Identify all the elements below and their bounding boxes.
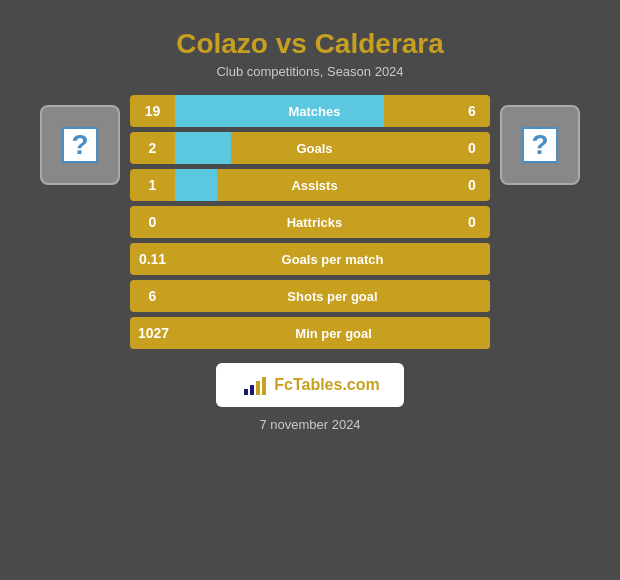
logo-tables: Tables.com [293, 376, 380, 393]
right-player-avatar: ? [500, 105, 580, 185]
footer-date: 7 november 2024 [259, 417, 360, 432]
stat-label-min-per-goal: Min per goal [177, 326, 490, 341]
match-subtitle: Club competitions, Season 2024 [216, 64, 403, 79]
right-player-wrap: ? [490, 95, 590, 185]
stat-label-matches: Matches [175, 104, 454, 119]
stat-left-goals: 2 [130, 140, 175, 156]
left-player-avatar: ? [40, 105, 120, 185]
right-player-icon: ? [522, 127, 558, 163]
left-player-wrap: ? [30, 95, 130, 185]
stat-left-assists: 1 [130, 177, 175, 193]
stat-left-matches: 19 [130, 103, 175, 119]
stat-label-goals-per-match: Goals per match [175, 252, 490, 267]
stat-label-hattricks: Hattricks [175, 215, 454, 230]
svg-rect-1 [244, 389, 248, 395]
stat-left-shots-per-goal: 6 [130, 288, 175, 304]
stat-right-hattricks: 0 [454, 214, 490, 230]
left-player-icon: ? [62, 127, 98, 163]
stat-right-matches: 6 [454, 103, 490, 119]
stat-row-assists: 1Assists0 [130, 169, 490, 201]
svg-rect-4 [262, 377, 266, 395]
logo-text: FcTables.com [274, 376, 380, 394]
fctables-logo-icon [240, 371, 268, 399]
stat-right-assists: 0 [454, 177, 490, 193]
stat-bar-hattricks: Hattricks [175, 206, 454, 238]
stat-bar-matches: Matches [175, 95, 454, 127]
stat-row-goals: 2Goals0 [130, 132, 490, 164]
stat-label-goals: Goals [175, 141, 454, 156]
stat-row-min-per-goal: 1027Min per goal [130, 317, 490, 349]
svg-rect-2 [250, 385, 254, 395]
stat-left-min-per-goal: 1027 [130, 325, 177, 341]
match-title: Colazo vs Calderara [176, 28, 444, 60]
stat-row-hattricks: 0Hattricks0 [130, 206, 490, 238]
stat-bar-min-per-goal: Min per goal [177, 317, 490, 349]
stat-bar-shots-per-goal: Shots per goal [175, 280, 490, 312]
stat-row-goals-per-match: 0.11Goals per match [130, 243, 490, 275]
stat-row-shots-per-goal: 6Shots per goal [130, 280, 490, 312]
logo-area: FcTables.com [216, 363, 404, 407]
stat-bar-goals-per-match: Goals per match [175, 243, 490, 275]
comparison-card: Colazo vs Calderara Club competitions, S… [10, 10, 610, 570]
main-content-row: ? 19Matches62Goals01Assists00Hattricks00… [10, 95, 610, 349]
logo-fc: Fc [274, 376, 293, 393]
stat-label-assists: Assists [175, 178, 454, 193]
stat-left-goals-per-match: 0.11 [130, 251, 175, 267]
stat-row-matches: 19Matches6 [130, 95, 490, 127]
stat-left-hattricks: 0 [130, 214, 175, 230]
stats-container: 19Matches62Goals01Assists00Hattricks00.1… [130, 95, 490, 349]
svg-rect-3 [256, 381, 260, 395]
stat-right-goals: 0 [454, 140, 490, 156]
stat-bar-assists: Assists [175, 169, 454, 201]
stat-label-shots-per-goal: Shots per goal [175, 289, 490, 304]
stat-bar-goals: Goals [175, 132, 454, 164]
